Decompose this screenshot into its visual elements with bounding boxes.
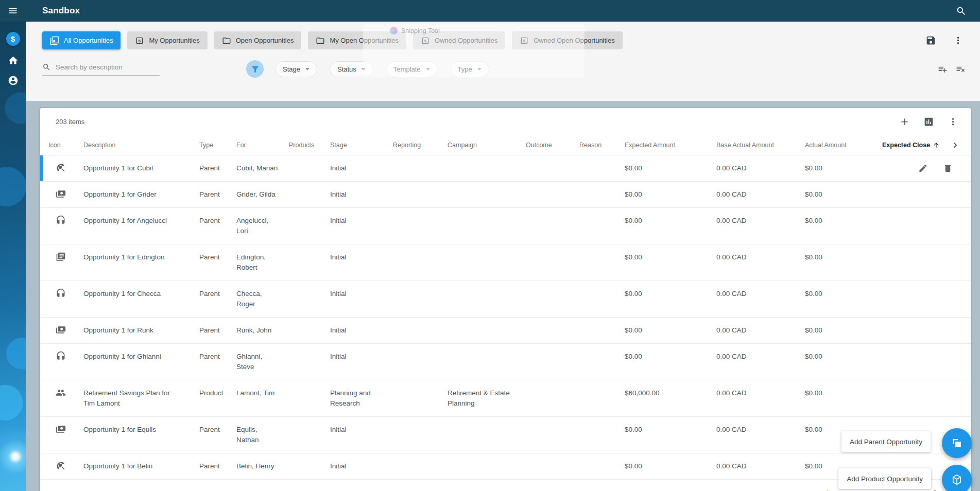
column-header-description[interactable]: Description bbox=[83, 142, 199, 149]
column-header-expected-close[interactable]: Expected Close bbox=[882, 142, 950, 149]
view-tab-my-open-opportunities[interactable]: My Open Opportunities bbox=[308, 31, 406, 49]
dropdown-label: Type bbox=[458, 65, 472, 73]
fab-label-add-parent-opportunity[interactable]: Add Parent Opportunity bbox=[841, 431, 931, 452]
cell-type: Parent bbox=[199, 163, 236, 173]
chevron-down-icon bbox=[362, 68, 366, 71]
sidebar-item-account[interactable] bbox=[8, 75, 19, 86]
cell-for: Runk, John bbox=[236, 325, 289, 336]
plus-icon[interactable] bbox=[899, 116, 910, 127]
cell-expected-amount: $0.00 bbox=[625, 163, 716, 173]
cell-stage: Initial bbox=[330, 216, 393, 226]
column-header-campaign[interactable]: Campaign bbox=[448, 142, 526, 149]
search-icon[interactable] bbox=[956, 6, 967, 16]
column-header-stage[interactable]: Stage bbox=[330, 142, 393, 149]
cell-description: Opportunity 1 for Grider bbox=[83, 189, 199, 200]
view-tab-owned-opportunities[interactable]: $Owned Opportunities bbox=[413, 31, 505, 49]
cell-base-actual-amount: 0.00 CAD bbox=[716, 216, 805, 226]
cell-type: Parent bbox=[199, 289, 236, 299]
cell-base-actual-amount: 0.00 CAD bbox=[716, 325, 805, 336]
cell-for: Checca, Roger bbox=[236, 289, 289, 309]
cell-base-actual-amount: 0.00 CAD bbox=[716, 352, 805, 362]
table-more-menu[interactable] bbox=[948, 116, 958, 127]
playlist-add-icon[interactable] bbox=[938, 64, 948, 74]
app-bar: Sandbox bbox=[26, 0, 980, 22]
cell-base-actual-amount: 0.00 CAD bbox=[716, 189, 805, 200]
view-tab-label: My Open Opportunities bbox=[330, 37, 399, 44]
fab-add-parent-opportunity[interactable] bbox=[942, 428, 972, 458]
menu-button[interactable] bbox=[0, 0, 26, 22]
table-row[interactable]: Opportunity 1 for GriderParentGrider, Gi… bbox=[40, 182, 971, 208]
table-row[interactable]: Retirement Savings Plan for Tim LamontPr… bbox=[40, 380, 971, 417]
delete-icon[interactable] bbox=[943, 164, 953, 173]
scroll-columns-right-button[interactable] bbox=[950, 140, 971, 150]
column-header-icon[interactable]: Icon bbox=[48, 142, 83, 149]
cell-type: Parent bbox=[199, 189, 236, 200]
svg-text:$: $ bbox=[424, 39, 427, 43]
fab-add-product-opportunity[interactable] bbox=[942, 465, 972, 491]
search-field[interactable] bbox=[42, 63, 160, 76]
view-more-menu[interactable] bbox=[953, 35, 964, 46]
column-header-outcome[interactable]: Outcome bbox=[526, 142, 579, 149]
hamburger-icon bbox=[8, 6, 18, 16]
table-row[interactable]: Opportunity 1 for CubitParentCubit, Mari… bbox=[40, 155, 971, 182]
fab-label-add-product-opportunity[interactable]: Add Product Opportunity bbox=[838, 468, 931, 489]
sidebar-item-home[interactable] bbox=[8, 55, 19, 66]
column-header-reason[interactable]: Reason bbox=[579, 142, 625, 149]
items-count: 203 items bbox=[56, 118, 84, 126]
cell-base-actual-amount: 0.00 CAD bbox=[716, 425, 805, 435]
cell-stage: Initial bbox=[330, 163, 393, 173]
playlist-remove-icon[interactable] bbox=[956, 64, 966, 74]
dropdown-template[interactable]: Template bbox=[386, 61, 438, 77]
edit-icon[interactable] bbox=[918, 164, 928, 173]
cell-for: Grider, Gilda bbox=[236, 189, 289, 200]
table-row[interactable]: Opportunity 1 for CheccaParentChecca, Ro… bbox=[40, 281, 971, 318]
filter-button[interactable] bbox=[246, 60, 264, 78]
sidebar-item-opportunities[interactable]: $ bbox=[6, 32, 20, 46]
view-tab-all-opportunities[interactable]: All Opportunities bbox=[42, 31, 121, 49]
table-row[interactable]: Opportunity 1 for EquilsParentEquils, Na… bbox=[40, 417, 971, 453]
cell-description: Retirement Savings Plan for Tim Lamont bbox=[83, 388, 199, 409]
view-tab-label: All Opportunities bbox=[64, 37, 113, 44]
column-header-products[interactable]: Products bbox=[289, 142, 330, 149]
chart-icon[interactable] bbox=[923, 116, 934, 127]
table-row[interactable]: Opportunity 1 for EdingtonParentEdington… bbox=[40, 244, 971, 281]
cell-expected-amount: $0.00 bbox=[625, 189, 716, 200]
stacked-squares-icon bbox=[50, 36, 59, 45]
table-row[interactable]: Opportunity 1 for BelinParentBelin, Henr… bbox=[40, 453, 971, 480]
view-tab-my-opportunities[interactable]: $My Opportunities bbox=[127, 31, 207, 49]
cell-description: Opportunity 1 for Checca bbox=[83, 289, 199, 299]
chevron-down-icon bbox=[426, 68, 430, 71]
view-tab-owned-open-opportunities[interactable]: $Owned Open Opportunities bbox=[512, 31, 623, 49]
table-row[interactable]: Opportunity 1 for AngelucciParentAngeluc… bbox=[40, 208, 971, 244]
column-header-type[interactable]: Type bbox=[199, 142, 236, 149]
table-row[interactable]: Opportunity 1 for GhianniParentGhianni, … bbox=[40, 344, 971, 380]
cell-actual-amount: $0.00 bbox=[805, 325, 882, 336]
cell-stage: Initial bbox=[330, 425, 393, 435]
content-area: All Opportunities$My OpportunitiesOpen O… bbox=[26, 22, 980, 491]
dropdown-type[interactable]: Type bbox=[450, 61, 489, 77]
column-header-reporting[interactable]: Reporting bbox=[393, 142, 448, 149]
headset-icon bbox=[48, 216, 83, 225]
column-header-for[interactable]: For bbox=[236, 142, 289, 149]
cell-type: Parent bbox=[199, 425, 236, 435]
page-title: Sandbox bbox=[42, 6, 80, 16]
paginator: Items per page bbox=[40, 480, 971, 491]
dropdown-status[interactable]: Status bbox=[330, 61, 373, 77]
cell-expected-amount: $0.00 bbox=[625, 461, 716, 471]
cell-actual-amount: $0.00 bbox=[805, 163, 882, 173]
search-input[interactable] bbox=[56, 63, 160, 71]
column-header-expected-amount[interactable]: Expected Amount bbox=[625, 142, 716, 149]
cell-actual-amount: $0.00 bbox=[805, 388, 882, 398]
column-header-base-actual-amount[interactable]: Base Actual Amount bbox=[716, 142, 805, 149]
chevron-down-icon bbox=[477, 68, 482, 71]
cell-expected-amount: $0.00 bbox=[625, 252, 716, 262]
cube-icon bbox=[951, 474, 963, 486]
cell-expected-amount: $0.00 bbox=[625, 216, 716, 226]
table-row[interactable]: Opportunity 1 for RunkParentRunk, JohnIn… bbox=[40, 318, 971, 344]
dropdown-stage[interactable]: Stage bbox=[275, 61, 317, 77]
cell-description: Opportunity 1 for Angelucci bbox=[83, 216, 199, 226]
save-view-button[interactable] bbox=[925, 35, 936, 46]
view-tab-open-opportunities[interactable]: Open Opportunities bbox=[214, 31, 302, 49]
headset-icon bbox=[48, 352, 83, 361]
column-header-actual-amount[interactable]: Actual Amount bbox=[805, 142, 882, 149]
